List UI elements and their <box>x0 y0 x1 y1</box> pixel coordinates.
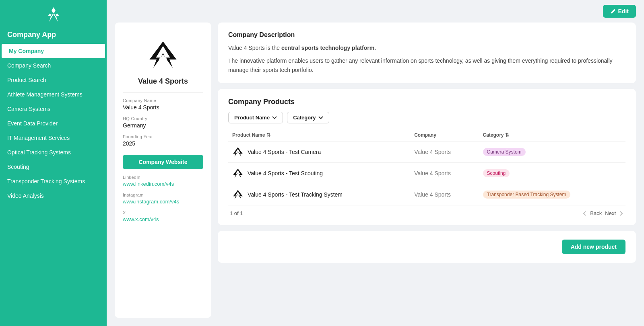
instagram-field: Instagram www.instagram.com/v4s <box>123 193 203 205</box>
sidebar-item-scouting[interactable]: Scouting <box>0 160 107 174</box>
product-logo-icon <box>232 189 244 200</box>
pencil-icon <box>610 8 616 14</box>
product-company: Value 4 Sports <box>410 184 479 205</box>
company-name-label: Company Name <box>123 98 203 103</box>
x-value: www.x.com/v4s <box>123 216 203 222</box>
edit-button[interactable]: Edit <box>603 5 636 18</box>
hq-country-value: Germany <box>123 122 203 129</box>
filter-category-label: Category <box>293 115 316 121</box>
description-card: Company Description Value 4 Sports is th… <box>218 23 636 83</box>
sidebar-item-video-analysis[interactable]: Video Analysis <box>0 189 107 203</box>
product-category: Scouting <box>479 163 625 184</box>
next-button[interactable] <box>619 211 624 216</box>
sidebar-item-athlete-management[interactable]: Athlete Management Systems <box>0 87 107 102</box>
instagram-value: www.instagram.com/v4s <box>123 199 203 205</box>
app-title: Company App <box>0 27 107 44</box>
sidebar-item-company-search[interactable]: Company Search <box>0 58 107 73</box>
sidebar-item-it-management[interactable]: IT Management Services <box>0 131 107 145</box>
product-company: Value 4 Sports <box>410 163 479 184</box>
company-display-name: Value 4 Sports <box>138 77 188 86</box>
table-row[interactable]: Value 4 Sports - Test Tracking SystemVal… <box>228 184 625 205</box>
pagination-row: 1 of 1 Back Next <box>228 205 625 216</box>
description-title: Company Description <box>228 31 625 39</box>
chevron-right-icon <box>619 211 624 216</box>
linkedin-label: LinkedIn <box>123 175 203 180</box>
chevron-down-icon-2 <box>318 115 323 120</box>
sidebar-item-my-company[interactable]: My Company <box>2 44 105 58</box>
sidebar-logo <box>0 0 107 27</box>
product-name-inner: Value 4 Sports - Test Scouting <box>232 168 406 179</box>
main-content: Edit Value 4 Sports Company Name Value 4… <box>107 0 644 326</box>
filter-category-button[interactable]: Category <box>287 112 329 123</box>
founding-year-label: Founding Year <box>123 134 203 139</box>
back-label: Back <box>590 210 602 216</box>
category-badge: Scouting <box>483 169 510 177</box>
sidebar-nav: My Company Company Search Product Search… <box>0 44 107 326</box>
company-website-button[interactable]: Company Website <box>123 155 203 169</box>
sidebar-item-product-search[interactable]: Product Search <box>0 73 107 87</box>
col-product-name: Product Name ⇅ <box>228 129 410 141</box>
product-category: Transponder Based Tracking System <box>479 184 625 205</box>
instagram-label: Instagram <box>123 193 203 197</box>
content-area: Value 4 Sports Company Name Value 4 Spor… <box>107 23 644 326</box>
company-logo <box>147 31 179 77</box>
category-badge: Camera System <box>483 148 526 156</box>
table-header: Product Name ⇅ Company Category ⇅ <box>228 129 625 141</box>
back-button[interactable] <box>582 211 587 216</box>
product-company: Value 4 Sports <box>410 141 479 163</box>
product-name-text: Value 4 Sports - Test Camera <box>248 149 321 155</box>
x-field: X www.x.com/v4s <box>123 210 203 222</box>
company-name-value: Value 4 Sports <box>123 104 203 111</box>
pagination-controls: Back Next <box>582 210 624 216</box>
company-name-field: Company Name Value 4 Sports <box>123 98 203 111</box>
description-text: Value 4 Sports is the central sports tec… <box>228 43 625 74</box>
linkedin-field: LinkedIn www.linkedin.com/v4s <box>123 175 203 187</box>
description-line1-prefix: Value 4 Sports is the <box>228 45 281 51</box>
product-name-inner: Value 4 Sports - Test Camera <box>232 146 406 158</box>
products-table: Product Name ⇅ Company Category ⇅ <box>228 129 625 205</box>
hq-country-label: HQ Country <box>123 116 203 121</box>
pagination-info: 1 of 1 <box>230 210 243 216</box>
top-bar: Edit <box>107 0 644 23</box>
product-category: Camera System <box>479 141 625 163</box>
divider <box>123 92 203 92</box>
products-title: Company Products <box>228 98 625 106</box>
sidebar-item-event-data[interactable]: Event Data Provider <box>0 116 107 131</box>
products-card: Company Products Product Name Category <box>218 89 636 225</box>
sort-icon-name: ⇅ <box>266 132 270 138</box>
sidebar: Company App My Company Company Search Pr… <box>0 0 107 326</box>
table-row[interactable]: Value 4 Sports - Test ScoutingValue 4 Sp… <box>228 163 625 184</box>
product-name-inner: Value 4 Sports - Test Tracking System <box>232 189 406 200</box>
product-name-cell: Value 4 Sports - Test Camera <box>228 141 410 163</box>
add-product-button[interactable]: Add new product <box>562 240 625 254</box>
table-body: Value 4 Sports - Test CameraValue 4 Spor… <box>228 141 625 205</box>
add-product-card: Add new product <box>218 231 636 263</box>
product-logo-icon <box>232 168 244 179</box>
filter-row: Product Name Category <box>228 112 625 123</box>
hq-country-field: HQ Country Germany <box>123 116 203 129</box>
product-name-text: Value 4 Sports - Test Tracking System <box>248 191 343 198</box>
sidebar-item-transponder[interactable]: Transponder Tracking Systems <box>0 174 107 189</box>
linkedin-value: www.linkedin.com/v4s <box>123 181 203 187</box>
col-category: Category ⇅ <box>479 129 625 141</box>
col-company: Company <box>410 129 479 141</box>
company-info-card: Value 4 Sports Company Name Value 4 Spor… <box>115 23 211 318</box>
chevron-down-icon <box>272 115 277 120</box>
next-label: Next <box>605 210 616 216</box>
product-name-cell: Value 4 Sports - Test Tracking System <box>228 184 410 205</box>
table-row[interactable]: Value 4 Sports - Test CameraValue 4 Spor… <box>228 141 625 163</box>
filter-product-name-button[interactable]: Product Name <box>228 112 283 123</box>
sidebar-item-camera-systems[interactable]: Camera Systems <box>0 102 107 116</box>
sidebar-item-optical-tracking[interactable]: Optical Tracking Systems <box>0 145 107 160</box>
description-line1: Value 4 Sports is the central sports tec… <box>228 43 625 52</box>
founding-year-field: Founding Year 2025 <box>123 134 203 147</box>
product-name-cell: Value 4 Sports - Test Scouting <box>228 163 410 184</box>
description-line2: The innovative platform enables users to… <box>228 56 625 74</box>
product-logo-icon <box>232 146 244 158</box>
product-name-text: Value 4 Sports - Test Scouting <box>248 170 323 176</box>
sort-icon-category: ⇅ <box>505 132 509 138</box>
x-label: X <box>123 210 203 215</box>
description-line1-bold: central sports technology platform. <box>281 45 376 51</box>
category-badge: Transponder Based Tracking System <box>483 191 570 199</box>
right-panel: Company Description Value 4 Sports is th… <box>218 23 636 318</box>
